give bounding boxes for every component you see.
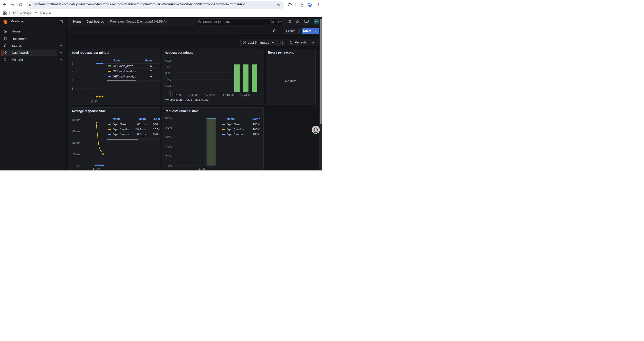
svg-text:0.15: 0.15 — [165, 72, 171, 75]
svg-text:60 ms: 60 ms — [72, 130, 80, 133]
svg-text:20 ms: 20 ms — [72, 153, 80, 156]
svg-text:0 s: 0 s — [76, 164, 80, 167]
svg-text:17:40: 17:40 — [90, 100, 97, 103]
svg-text:4: 4 — [72, 79, 73, 82]
svg-text:100%: 100% — [164, 117, 172, 120]
svg-text:17:37:00: 17:37:00 — [170, 94, 181, 97]
svg-text:17:40:00: 17:40:00 — [223, 94, 234, 97]
svg-text:6: 6 — [72, 62, 73, 65]
svg-text:40%: 40% — [166, 145, 172, 148]
svg-text:17:41:00: 17:41:00 — [240, 94, 251, 97]
svg-text:80 ms: 80 ms — [72, 118, 80, 122]
svg-text:2: 2 — [72, 95, 73, 99]
svg-text:3: 3 — [72, 87, 73, 90]
svg-text:40 ms: 40 ms — [72, 141, 80, 145]
svg-text:0.1: 0.1 — [167, 78, 171, 81]
svg-text:0.25: 0.25 — [165, 59, 171, 62]
svg-text:5: 5 — [72, 70, 73, 74]
svg-text:60%: 60% — [166, 136, 172, 139]
svg-text:17:39:00: 17:39:00 — [205, 94, 216, 97]
svg-text:80%: 80% — [166, 126, 172, 129]
svg-text:0%: 0% — [168, 164, 172, 167]
svg-text:0.05: 0.05 — [165, 84, 171, 87]
svg-text:0.2: 0.2 — [167, 65, 171, 69]
svg-text:0: 0 — [170, 90, 171, 94]
svg-text:17:38:00: 17:38:00 — [188, 94, 198, 97]
svg-text:20%: 20% — [166, 154, 172, 158]
